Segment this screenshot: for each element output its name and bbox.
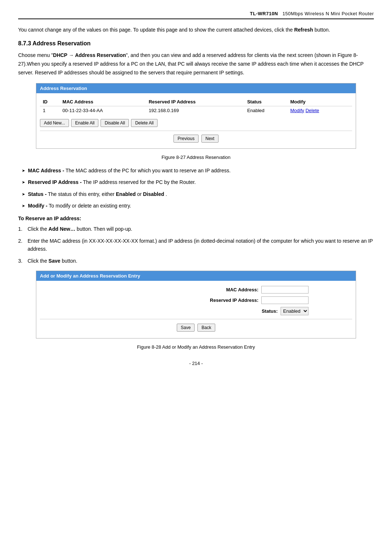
col-status: Status [244, 98, 287, 106]
intro-text2: button. [313, 27, 330, 33]
col-mac: MAC Address [60, 98, 146, 106]
navigation-row: Previous Next [40, 132, 352, 144]
row-status: Enabled [244, 106, 287, 115]
col-modify: Modify [287, 98, 352, 106]
step-3: 3. Click the Save button. [18, 257, 374, 265]
save-button[interactable]: Save [177, 324, 195, 332]
product-name: TL-WR710N 150Mbps Wireless N Mini Pocket… [250, 11, 374, 16]
next-button[interactable]: Next [201, 135, 219, 143]
reserved-ip-label: Reserved IP Address: [200, 297, 258, 303]
steps-list: 1. Click the Add New… button. Then will … [18, 225, 374, 265]
bullet-status-enabled: Enabled [116, 191, 135, 197]
bullet-modify-desc: To modify or delete an existing entry. [48, 203, 131, 209]
bullet-status-or: or [137, 191, 143, 197]
bullet-reserved-ip-text: Reserved IP Address - The IP address res… [28, 178, 196, 186]
modify-link[interactable]: Modify [290, 108, 304, 113]
desc-bold1: DHCP → Address Reservation [53, 52, 126, 58]
bullet-status: Status - The status of this entry, eithe… [22, 190, 374, 198]
intro-bold: Refresh [294, 27, 313, 33]
row-modify: Modify Delete [287, 106, 352, 115]
address-reservation-panel: Address Reservation ID MAC Address Reser… [36, 83, 356, 149]
step-1-post: button. Then will pop-up. [75, 226, 132, 232]
bullet-modify-bold: Modify - [28, 203, 48, 209]
add-modify-panel: Add or Modify an Address Reservation Ent… [36, 271, 356, 338]
step-1-bold: Add New… [49, 226, 75, 232]
bullet-status-disabled: Disabled [143, 191, 164, 197]
col-id: ID [40, 98, 60, 106]
bullet-modify: Modify - To modify or delete an existing… [22, 202, 374, 210]
step-3-pre: Click the [28, 258, 49, 264]
form-buttons: Save Back [40, 321, 352, 333]
status-label: Status: [220, 308, 278, 314]
action-buttons: Add New... Enable All Disable All Delete… [40, 119, 352, 127]
bullet-status-desc: The status of this entry, either [48, 191, 116, 197]
back-button[interactable]: Back [197, 324, 215, 332]
disable-all-button[interactable]: Disable All [101, 119, 129, 127]
bullet-mac-desc: The MAC address of the PC for which you … [64, 168, 231, 173]
row-mac: 00-11-22-33-44-AA [60, 106, 146, 115]
panel2-header: Add or Modify an Address Reservation Ent… [36, 271, 356, 281]
step-1-num: 1. [18, 225, 28, 233]
step-1-pre: Click the [28, 226, 49, 232]
bullet-list: MAC Address - The MAC address of the PC … [18, 167, 374, 210]
step-2-text: Enter the MAC address (in XX-XX-XX-XX-XX… [28, 237, 374, 253]
enable-all-button[interactable]: Enable All [71, 119, 98, 127]
step-1: 1. Click the Add New… button. Then will … [18, 225, 374, 233]
bullet-status-period: . [166, 191, 167, 197]
delete-link[interactable]: Delete [306, 108, 319, 113]
delete-all-button[interactable]: Delete All [131, 119, 158, 127]
step-1-text: Click the Add New… button. Then will pop… [28, 225, 132, 233]
reservation-table: ID MAC Address Reserved IP Address Statu… [40, 98, 352, 115]
mac-address-input[interactable] [261, 286, 309, 294]
step-3-post: button. [60, 258, 77, 264]
row-id: 1 [40, 106, 60, 115]
mac-address-row: MAC Address: [40, 286, 352, 294]
step-2-num: 2. [18, 237, 28, 253]
bullet-status-text: Status - The status of this entry, eithe… [28, 190, 167, 198]
form-separator [40, 319, 352, 319]
bullet-rip-desc: The IP address reserved for the PC by th… [82, 179, 196, 185]
bullet-mac: MAC Address - The MAC address of the PC … [22, 167, 374, 175]
reserved-ip-row: Reserved IP Address: [40, 296, 352, 304]
page-header: TL-WR710N 150Mbps Wireless N Mini Pocket… [18, 11, 374, 19]
bullet-reserved-ip: Reserved IP Address - The IP address res… [22, 178, 374, 186]
step-3-bold: Save [49, 258, 61, 264]
panel-separator [40, 131, 352, 131]
add-new-button[interactable]: Add New... [40, 119, 69, 127]
step-3-num: 3. [18, 257, 28, 265]
figure2-caption: Figure 8-28 Add or Modify an Address Res… [18, 344, 374, 350]
status-row: Status: Enabled Disabled [40, 307, 352, 315]
desc-part1: Choose menu " [18, 52, 53, 58]
section-title: 8.7.3 Address Reservation [18, 40, 374, 47]
bullet-mac-text: MAC Address - The MAC address of the PC … [28, 167, 230, 175]
col-reserved-ip: Reserved IP Address [146, 98, 244, 106]
page-number: - 214 - [18, 361, 374, 366]
bullet-modify-text: Modify - To modify or delete an existing… [28, 202, 131, 210]
bullet-mac-bold: MAC Address - [28, 168, 64, 173]
mac-address-label: MAC Address: [200, 287, 258, 292]
row-ip: 192.168.0.169 [146, 106, 244, 115]
table-header-row: ID MAC Address Reserved IP Address Statu… [40, 98, 352, 106]
figure1-caption: Figure 8-27 Address Reservation [18, 155, 374, 160]
description-paragraph: Choose menu "DHCP → Address Reservation"… [18, 51, 374, 77]
bullet-status-bold: Status - [28, 191, 46, 197]
intro-text1: You cannot change any of the values on t… [18, 27, 294, 33]
step-3-text: Click the Save button. [28, 257, 77, 265]
model-name: TL-WR710N [250, 11, 278, 16]
panel1-header: Address Reservation [36, 83, 356, 93]
intro-paragraph: You cannot change any of the values on t… [18, 26, 374, 34]
previous-button[interactable]: Previous [173, 135, 199, 143]
reserved-ip-input[interactable] [261, 296, 309, 304]
panel2-body: MAC Address: Reserved IP Address: Status… [36, 281, 356, 338]
panel1-body: ID MAC Address Reserved IP Address Statu… [36, 93, 356, 148]
table-row: 1 00-11-22-33-44-AA 192.168.0.169 Enable… [40, 106, 352, 115]
status-select[interactable]: Enabled Disabled [281, 307, 309, 315]
bullet-rip-bold: Reserved IP Address - [28, 179, 82, 185]
step-2: 2. Enter the MAC address (in XX-XX-XX-XX… [18, 237, 374, 253]
product-full-name: 150Mbps Wireless N Mini Pocket Router [282, 11, 374, 16]
steps-title: To Reserve an IP address: [18, 216, 374, 221]
